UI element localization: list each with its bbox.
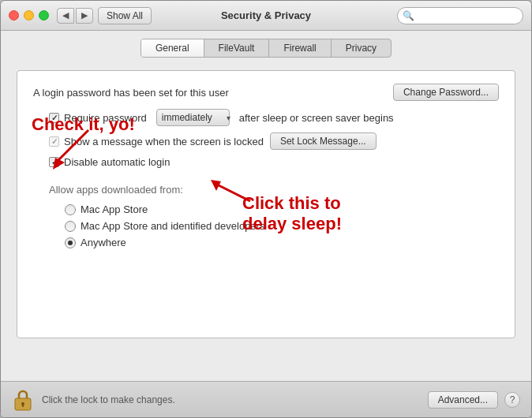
- radio-identified[interactable]: [65, 221, 76, 232]
- titlebar: ◀ ▶ Show All Security & Privacy 🔍: [1, 1, 531, 31]
- disable-login-label: Disable automatic login: [64, 156, 170, 168]
- general-panel: Check it, yo! Click this todelay sleep! …: [17, 70, 515, 338]
- radio-anywhere[interactable]: [65, 237, 76, 248]
- radio-identified-label: Mac App Store and identified developers: [81, 220, 264, 232]
- radio-anywhere-label: Anywhere: [81, 237, 126, 248]
- window-title: Security & Privacy: [221, 9, 311, 21]
- traffic-lights: [9, 10, 49, 21]
- help-button[interactable]: ?: [504, 392, 520, 408]
- main-window: ◀ ▶ Show All Security & Privacy 🔍 Genera…: [0, 0, 532, 418]
- allow-apps-label: Allow apps downloaded from:: [33, 184, 499, 196]
- password-notice-text: A login password has been set for this u…: [33, 87, 229, 99]
- content-area: General FileVault Firewall Privacy Check…: [1, 31, 531, 381]
- tab-bar: General FileVault Firewall Privacy: [17, 39, 515, 58]
- require-password-label: Require password: [64, 112, 147, 124]
- back-button[interactable]: ◀: [57, 8, 74, 24]
- tab-privacy[interactable]: Privacy: [332, 39, 391, 57]
- password-timing-dropdown[interactable]: immediately 5 seconds 1 minute 5 minutes…: [156, 109, 230, 126]
- minimize-button[interactable]: [24, 10, 34, 21]
- search-wrapper: 🔍: [397, 7, 523, 24]
- lock-text: Click the lock to make changes.: [42, 394, 175, 405]
- radio-mac-app-store[interactable]: [65, 204, 76, 215]
- tab-filevault[interactable]: FileVault: [204, 39, 270, 57]
- radio-mac-app-store-label: Mac App Store: [81, 203, 148, 215]
- disable-login-row: Disable automatic login: [33, 156, 499, 168]
- maximize-button[interactable]: [39, 10, 49, 21]
- nav-buttons: ◀ ▶: [57, 8, 93, 24]
- require-password-checkbox[interactable]: [49, 113, 59, 123]
- require-password-suffix: after sleep or screen saver begins: [239, 112, 394, 124]
- search-icon: 🔍: [403, 10, 414, 21]
- require-password-row: Require password immediately 5 seconds 1…: [33, 109, 499, 126]
- change-password-button[interactable]: Change Password...: [393, 84, 499, 101]
- show-message-checkbox[interactable]: [49, 136, 59, 147]
- show-all-button[interactable]: Show All: [98, 7, 152, 24]
- close-button[interactable]: [9, 10, 19, 21]
- search-input[interactable]: [397, 7, 523, 24]
- lock-icon[interactable]: [12, 387, 34, 412]
- radio-row-mac-app-store: Mac App Store: [33, 203, 499, 215]
- show-message-label: Show a message when the screen is locked: [64, 136, 264, 147]
- tab-firewall[interactable]: Firewall: [269, 39, 331, 57]
- bottombar: Click the lock to make changes. Advanced…: [1, 381, 531, 417]
- disable-login-checkbox[interactable]: [49, 157, 59, 167]
- radio-row-identified: Mac App Store and identified developers: [33, 220, 499, 232]
- set-lock-message-button[interactable]: Set Lock Message...: [270, 132, 377, 150]
- forward-button[interactable]: ▶: [76, 8, 93, 24]
- advanced-button[interactable]: Advanced...: [428, 391, 498, 409]
- password-timing-dropdown-wrapper: immediately 5 seconds 1 minute 5 minutes…: [152, 109, 234, 126]
- tab-general[interactable]: General: [141, 39, 204, 57]
- show-message-row: Show a message when the screen is locked…: [33, 132, 499, 150]
- radio-row-anywhere: Anywhere: [33, 237, 499, 248]
- svg-rect-6: [22, 404, 24, 407]
- password-notice-row: A login password has been set for this u…: [33, 84, 499, 101]
